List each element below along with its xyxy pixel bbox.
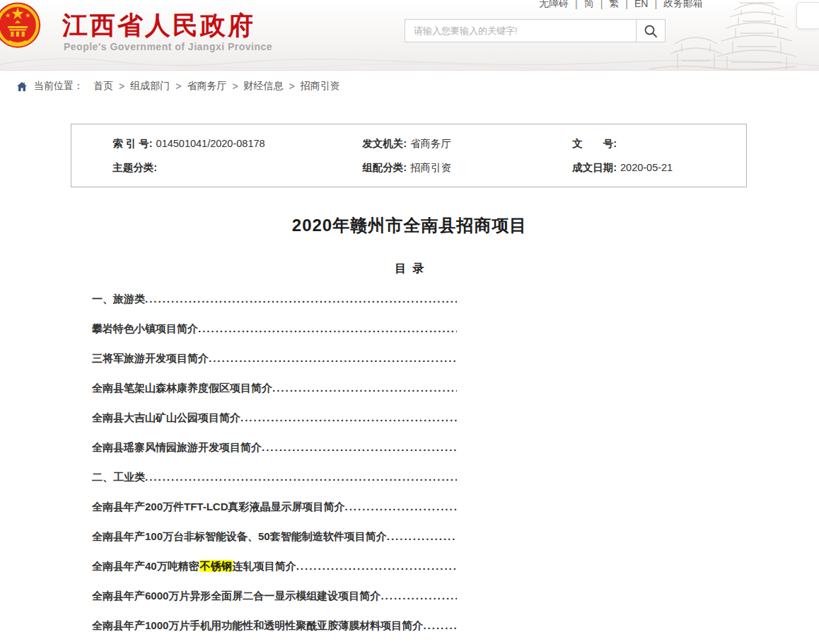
dot-leader <box>262 433 457 462</box>
toc-item-industry-category: 二、工业类 <box>92 462 457 492</box>
dot-leader <box>240 403 457 433</box>
meta-publish-date: 成文日期:2020-05-21 <box>555 150 746 186</box>
home-icon <box>16 81 28 92</box>
toc-item-three-generals: 三将军旅游开发项目简介 <box>92 344 457 373</box>
site-title: 江西省人民政府 <box>62 8 255 43</box>
link-gov-mail[interactable]: 政务邮箱 <box>663 0 703 10</box>
breadcrumb-item-departments[interactable]: 组成部门 <box>130 80 170 93</box>
link-simplified-chinese[interactable]: 简 <box>584 0 594 10</box>
dot-leader <box>145 284 457 314</box>
link-traditional-chinese[interactable]: 繁 <box>609 0 619 10</box>
breadcrumb-separator: > <box>232 81 238 92</box>
link-separator: | <box>654 0 657 9</box>
breadcrumb-separator: > <box>175 81 181 92</box>
toc-item-tourism-category: 一、旅游类 <box>92 284 457 314</box>
document-meta-box: 索 引 号:014501041/2020-08178 发文机关:省商务厅 文 号… <box>71 124 747 187</box>
meta-theme-category: 主题分类: <box>95 150 345 186</box>
breadcrumb-item-finance-info[interactable]: 财经信息 <box>244 80 284 93</box>
national-emblem-icon <box>0 1 42 51</box>
search-input[interactable] <box>405 19 637 42</box>
document-title: 2020年赣州市全南县招商项目 <box>0 214 819 237</box>
top-utility-links: 无障碍 | 简 | 繁 | EN | 政务邮箱 <box>539 0 703 10</box>
breadcrumb: 当前位置： 首页 > 组成部门 > 省商务厅 > 财经信息 > 招商引资 <box>0 71 819 101</box>
site-subtitle: People's Government of Jiangxi Province <box>64 41 272 52</box>
breadcrumb-separator: > <box>119 81 124 92</box>
site-header: 江西省人民政府 People's Government of Jiangxi P… <box>0 0 819 71</box>
table-of-contents: 一、旅游类 攀岩特色小镇项目简介 三将军旅游开发项目简介 全南县笔架山森林康养度… <box>92 284 457 640</box>
dot-leader <box>345 492 457 522</box>
page: 江西省人民政府 People's Government of Jiangxi P… <box>0 0 819 644</box>
dot-leader <box>381 581 457 611</box>
search-highlight: 不锈钢 <box>199 560 233 572</box>
dot-leader <box>198 314 457 344</box>
dot-leader <box>296 551 457 581</box>
breadcrumb-label: 当前位置： <box>34 80 83 93</box>
breadcrumb-item-investment[interactable]: 招商引资 <box>301 80 340 93</box>
dot-leader <box>423 611 457 640</box>
search-button[interactable] <box>637 19 666 42</box>
link-english[interactable]: EN <box>634 0 648 9</box>
toc-item-climbing-town: 攀岩特色小镇项目简介 <box>92 314 457 344</box>
dot-leader <box>145 462 457 492</box>
toc-item-stainless-steel: 全南县年产40万吨精密不锈钢连轧项目简介 <box>92 551 457 581</box>
link-accessibility[interactable]: 无障碍 <box>539 0 569 10</box>
link-separator: | <box>625 0 628 9</box>
breadcrumb-separator: > <box>289 81 295 92</box>
toc-item-dajishan-park: 全南县大吉山矿山公园项目简介 <box>92 403 457 433</box>
toc-heading: 目 录 <box>0 262 819 276</box>
meta-group-category: 组配分类:招商引资 <box>345 150 555 186</box>
dot-leader <box>387 522 457 551</box>
floating-widget[interactable] <box>796 2 819 29</box>
toc-item-bijiashan-resort: 全南县笔架山森林康养度假区项目简介 <box>92 373 457 403</box>
toc-item-display-module: 全南县年产6000万片异形全面屏二合一显示模组建设项目简介 <box>92 581 457 611</box>
dot-leader <box>272 373 457 403</box>
breadcrumb-item-home[interactable]: 首页 <box>93 80 113 93</box>
link-separator: | <box>575 0 578 9</box>
toc-item-yaozhai-garden: 全南县瑶寨风情园旅游开发项目简介 <box>92 433 457 462</box>
toc-item-smart-equipment: 全南县年产100万台非标智能设备、50套智能制造软件项目简介 <box>92 522 457 551</box>
toc-item-tft-lcd: 全南县年产200万件TFT-LCD真彩液晶显示屏项目简介 <box>92 492 457 522</box>
dot-leader <box>209 344 457 373</box>
link-separator: | <box>600 0 603 9</box>
breadcrumb-item-commerce-dept[interactable]: 省商务厅 <box>187 80 226 93</box>
site-logo[interactable] <box>0 1 42 51</box>
search-icon <box>644 24 658 38</box>
search-bar <box>405 19 666 42</box>
toc-item-polyimide-film: 全南县年产1000万片手机用功能性和透明性聚酰亚胺薄膜材料项目简介 <box>92 611 457 640</box>
